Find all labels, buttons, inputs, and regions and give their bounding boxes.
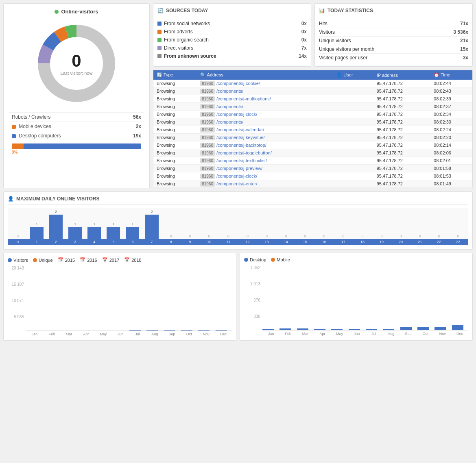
month-group	[279, 265, 296, 330]
month-group	[216, 266, 232, 330]
sources-today-panel: 🔄 SOURCES TODAY From social networks 0x …	[153, 3, 311, 67]
cell-type: Browsing	[153, 165, 197, 172]
month-label: Jan	[262, 332, 279, 336]
table-row: Browsing 81960/components/j-calendar/ 95…	[153, 126, 472, 134]
bar-main	[262, 329, 274, 330]
cell-type: Browsing	[153, 87, 197, 95]
cell-user	[333, 103, 373, 111]
month-label: Dec	[215, 332, 232, 336]
legend-2017[interactable]: 📅 2017	[102, 257, 119, 263]
online-count: 0	[61, 51, 93, 71]
device-bar-orange	[12, 143, 24, 149]
cell-address: 81960/components/	[197, 87, 333, 95]
social-color	[157, 22, 162, 26]
bar-segment	[87, 227, 101, 239]
month-group	[164, 266, 180, 330]
cell-address: 81960/components/j-textboxlist/	[197, 157, 333, 165]
cell-ip: 95.47.178.72	[373, 95, 430, 103]
month-label: Dec	[451, 332, 468, 336]
bar-x-label: 9	[181, 239, 200, 245]
adverts-color	[157, 30, 162, 34]
today-statistics-panel: 📊 TODAY STATISTICS Hits71x Visitors3 536…	[314, 3, 473, 67]
table-row: Browsing 81960/components/j-clock/ 95.47…	[153, 111, 472, 118]
bar-col: 011	[219, 234, 238, 245]
cell-ip: 95.47.178.72	[373, 157, 430, 165]
table-row: Browsing 81960/components/j-enter/ 95.47…	[153, 180, 472, 188]
table-row: Browsing 81960/components/j-clock/ 95.47…	[153, 172, 472, 180]
cell-time: 08:01:58	[430, 165, 472, 172]
cell-ip: 95.47.178.72	[373, 172, 430, 180]
unknown-color	[157, 54, 162, 58]
bar-col: 021	[410, 234, 430, 245]
max-daily-icon: 👤	[8, 196, 14, 202]
month-group	[61, 266, 77, 330]
cell-type: Browsing	[153, 149, 197, 157]
bar-col: 016	[314, 234, 334, 245]
stats-icon: 📊	[319, 8, 325, 13]
cell-user	[333, 126, 373, 134]
cell-ip: 95.47.178.72	[373, 111, 430, 118]
bar-segment	[126, 227, 140, 239]
bar-col: 09	[181, 234, 200, 245]
month-group	[43, 266, 59, 330]
visitors-legend: Visitors Unique 📅 2015 📅 2016 📅 2017	[8, 257, 232, 263]
bar-x-label: 15	[295, 239, 314, 245]
cell-type: Browsing	[153, 80, 197, 87]
bar-x-label: 19	[372, 239, 391, 245]
bar-main	[181, 330, 192, 330]
table-row: Browsing 81960/components/j-preview/ 95.…	[153, 165, 472, 172]
cell-time: 08:02:14	[430, 141, 472, 149]
table-row: Browsing 81960/components/j-backtotop/ 9…	[153, 141, 472, 149]
bar-x-label: 0	[8, 239, 27, 245]
bar-main	[417, 327, 429, 330]
bar-x-label: 1	[27, 239, 46, 245]
legend-desktop: Desktop	[244, 257, 266, 262]
bar-main	[349, 329, 360, 330]
bar-col: 013	[257, 234, 276, 245]
cell-ip: 95.47.178.72	[373, 180, 430, 188]
legend-2015[interactable]: 📅 2015	[58, 257, 75, 263]
month-group	[129, 266, 146, 330]
bar-x-label: 6	[123, 239, 142, 245]
last-visitor-label: Last visitor: now	[61, 71, 93, 76]
today-stats-rows: Hits71x Visitors3 536x Unique visitors21…	[319, 20, 468, 62]
month-label: Jul	[365, 332, 382, 336]
cell-type: Browsing	[153, 141, 197, 149]
cell-time: 08:02:30	[430, 118, 472, 126]
bar-main	[198, 330, 210, 330]
cell-type: Browsing	[153, 126, 197, 134]
cell-address: 81960/components/j-clock/	[197, 172, 333, 180]
cell-type: Browsing	[153, 111, 197, 118]
cell-time: 08:02:06	[430, 149, 472, 157]
bar-x-label: 21	[410, 239, 430, 245]
source-row-direct: Direct visitors 7x	[157, 44, 307, 52]
bar-main	[129, 330, 141, 330]
device-bar-blue	[24, 143, 141, 149]
visitors-chart-panel: Visitors Unique 📅 2015 📅 2016 📅 2017	[3, 253, 236, 341]
bar-segment	[68, 227, 82, 239]
device-bar	[12, 143, 141, 149]
month-label: Nov	[198, 332, 215, 336]
bar-segment	[107, 227, 120, 239]
month-group	[198, 266, 214, 330]
month-label: Oct	[181, 332, 198, 336]
col-user: 👤 User	[333, 70, 373, 80]
table-row: Browsing 81960/components/j-cookie/ 95.4…	[153, 80, 472, 87]
desktop-row: Desktop computers 19x	[9, 131, 144, 140]
browsing-table-panel: 🔄 Type 🔍 Address 👤 User IP address ⏰ Tim…	[153, 70, 473, 188]
col-address: 🔍 Address	[197, 70, 333, 80]
bar-col: 015	[295, 234, 314, 245]
month-label: Apr	[78, 332, 95, 336]
bar-col: 017	[334, 234, 353, 245]
cell-address: 81960/components/j-keyvalue/	[197, 134, 333, 141]
legend-2016[interactable]: 📅 2016	[80, 257, 97, 263]
bar-col: 014	[276, 234, 295, 245]
cell-type: Browsing	[153, 118, 197, 126]
legend-2018[interactable]: 📅 2018	[124, 257, 141, 263]
cell-address: 81960/components/j-clock/	[197, 111, 333, 118]
table-row: Browsing 81960/components/ 95.47.178.72 …	[153, 118, 472, 126]
cell-ip: 95.47.178.72	[373, 126, 430, 134]
stat-row-hits: Hits71x	[319, 20, 468, 28]
device-chart-area: 1 3521 013676338	[244, 265, 468, 336]
bar-col: 11	[27, 222, 46, 245]
